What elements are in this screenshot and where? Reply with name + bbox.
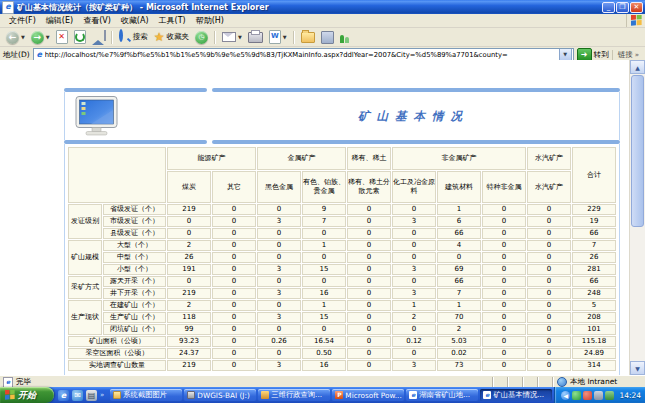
forward-button[interactable]: →▼ [29,29,52,45]
internet-explorer-icon[interactable]: e [58,390,69,401]
taskbar-task-screenshots[interactable]: 系统截图图片 [110,389,182,401]
refresh-button[interactable] [72,29,88,45]
taskbar-task-query-app[interactable]: 三维行政查询... [258,389,330,401]
data-cell: 0 [257,240,301,251]
data-cell: 66 [572,276,616,287]
address-input[interactable] [44,51,559,59]
scroll-up-icon[interactable]: ▲ [630,60,645,74]
summary-cell: 0 [392,348,436,359]
toolbar-separator [214,31,216,44]
menu-view[interactable]: 查看(V) [78,15,116,26]
network-icon[interactable] [594,391,603,400]
edit-dropdown-icon: ▼ [283,34,287,40]
home-button[interactable] [90,29,107,45]
menu-edit[interactable]: 编辑(E) [41,15,78,26]
stop-button[interactable]: ✕ [54,29,70,45]
row-label: 闭坑矿山（个） [103,324,166,335]
mail-button[interactable]: ▼ [220,29,244,45]
taskbar-task-drive[interactable]: DWGIS-BAI (J:) [184,389,256,401]
restore-button[interactable]: ❐ [616,2,629,13]
back-button[interactable]: ←▼ [4,29,27,45]
row-label: 县级发证（个） [103,228,166,239]
data-cell: 0 [527,240,571,251]
data-cell: 0 [347,324,391,335]
data-cell: 0 [392,276,436,287]
data-cell: 0 [482,216,526,227]
menu-favorites[interactable]: 收藏(A) [116,15,154,26]
data-cell: 70 [437,312,481,323]
powerpoint-icon: P [335,391,343,399]
data-cell: 0 [527,252,571,263]
print-button[interactable] [246,29,265,45]
fullscreen-button[interactable] [319,29,336,45]
data-cell: 7 [572,240,616,251]
col-header: 其它 [212,171,256,203]
scrollbar-thumb[interactable] [631,75,644,227]
data-cell: 191 [167,264,211,275]
outlook-express-icon[interactable]: ✉ [72,390,83,401]
col-header: 水汽矿产 [527,171,571,203]
data-cell: 0 [527,264,571,275]
status-pane [537,377,552,387]
scroll-down-icon[interactable]: ▼ [630,361,645,375]
hide-tray-icons-icon[interactable]: ◀ [561,391,570,400]
messenger-button[interactable] [338,29,351,45]
history-button[interactable]: ◷ [193,29,210,45]
favorites-button[interactable]: ★收藏夹 [152,29,191,45]
show-desktop-icon[interactable]: ▤ [86,390,97,401]
data-cell: 0 [302,324,346,335]
task-label: Microsoft Pow... [345,391,401,400]
data-cell: 1 [437,204,481,215]
data-cell: 0 [482,252,526,263]
data-cell: 3 [257,216,301,227]
data-cell: 26 [572,252,616,263]
data-cell: 6 [437,216,481,227]
security-alert-icon[interactable] [583,391,592,400]
taskbar-clock: 14:24 [619,391,641,400]
summary-cell: 24.89 [572,348,616,359]
close-button[interactable]: ✕ [630,2,643,13]
start-button[interactable]: 开始 [0,387,54,403]
windows-logo-icon [626,14,645,27]
status-pane [492,377,507,387]
taskbar-task-powerpoint[interactable]: PMicrosoft Pow... [332,389,404,401]
search-button[interactable]: 搜索 [117,29,150,45]
folders-button[interactable] [299,29,317,45]
battery-icon[interactable] [605,391,614,400]
taskbar-task-hunan-mine[interactable]: e湖南省矿山地... [406,389,478,401]
data-cell: 2 [437,324,481,335]
ie-icon: e [409,391,417,399]
antivirus-icon[interactable] [572,391,581,400]
summary-cell: 0.02 [437,348,481,359]
data-cell: 0 [527,312,571,323]
taskbar-task-mine-stats[interactable]: e矿山基本情况... [480,389,552,401]
security-zone-label: 本地 Intranet [570,377,617,387]
data-cell: 0 [167,216,211,227]
data-cell: 0 [392,204,436,215]
table-row: 生产现状在建矿山（个）2001011005 [68,300,616,311]
data-cell: 0 [212,288,256,299]
menu-file[interactable]: 文件(F) [4,15,41,26]
edit-button[interactable]: W▼ [267,29,289,45]
ie-window: e 矿山基本情况统计（按矿类矿种） - Microsoft Internet E… [0,0,645,403]
data-cell: 66 [437,228,481,239]
data-cell: 0 [257,204,301,215]
row-label: 生产矿山（个） [103,312,166,323]
data-cell: 0 [347,264,391,275]
vertical-scrollbar[interactable]: ▲ ▼ [629,60,645,375]
menu-help[interactable]: 帮助(H) [191,15,229,26]
app-icon [261,391,269,399]
data-cell: 0 [347,240,391,251]
menu-tools[interactable]: 工具(T) [154,15,191,26]
summary-cell: 0 [482,336,526,347]
minimize-button[interactable]: _ [602,2,615,13]
data-cell: 0 [482,300,526,311]
col-header: 化工及冶金原料 [392,171,436,203]
data-cell: 0 [347,204,391,215]
links-button[interactable]: 链接 » [612,50,642,60]
table-body: 发证级别省级发证（个）21900900100229市级发证（个）00370360… [68,204,616,371]
data-cell: 0 [527,324,571,335]
table-row: 中型（个）260000000026 [68,252,616,263]
data-cell: 2 [392,312,436,323]
quick-launch-chevron-icon[interactable]: » [100,391,104,399]
